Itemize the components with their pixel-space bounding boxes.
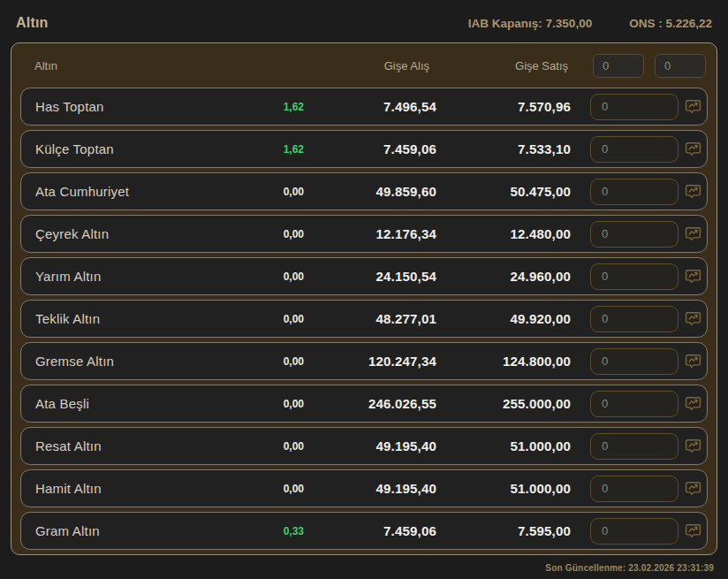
page-title: Altın [16, 15, 49, 31]
change-percent: 0,00 [242, 440, 304, 453]
table-body: Has Toptan 1,62 7.496,54 7.570,96 Külçe … [11, 88, 717, 550]
change-percent: 0,33 [242, 525, 304, 537]
buy-price: 49.195,40 [304, 438, 436, 453]
instrument-name: Külçe Toptan [35, 141, 242, 156]
sell-price: 7.595,00 [436, 523, 571, 538]
amount-input[interactable] [590, 518, 679, 545]
column-header-sell: Gişe Satış [429, 59, 568, 72]
chart-bubble-icon[interactable] [684, 522, 701, 540]
change-percent: 1,62 [242, 101, 304, 113]
table-row: Hamit Altın 0,00 49.195,40 51.000,00 [20, 469, 708, 507]
iab-close-value: 7.350,00 [546, 17, 593, 30]
amount-input[interactable] [590, 476, 679, 502]
header-inputs-group [593, 54, 706, 78]
sell-price: 50.475,00 [436, 184, 571, 199]
instrument-name: Has Toptan [35, 99, 242, 114]
row-controls [590, 391, 701, 417]
header-amount-input-2[interactable] [655, 54, 706, 78]
sell-price: 51.000,00 [436, 438, 571, 453]
gold-price-board: Altın IAB Kapanış: 7.350,00 ONS : 5.226,… [0, 0, 728, 578]
buy-price: 48.277,01 [304, 311, 436, 326]
column-header-name: Altın [34, 59, 297, 72]
amount-input[interactable] [590, 94, 679, 120]
chart-bubble-icon[interactable] [684, 353, 701, 370]
buy-price: 246.026,55 [304, 396, 436, 411]
instrument-name: Hamit Altın [35, 481, 242, 496]
table-row: Ata Beşli 0,00 246.026,55 255.000,00 [20, 385, 708, 423]
price-table-panel: Altın Gişe Alış Gişe Satış Has Toptan 1,… [11, 42, 717, 555]
buy-price: 120.247,34 [304, 354, 436, 369]
amount-input[interactable] [590, 263, 679, 290]
change-percent: 0,00 [242, 186, 304, 198]
instrument-name: Gremse Altın [35, 354, 242, 369]
amount-input[interactable] [590, 433, 679, 460]
row-controls [590, 476, 701, 502]
instrument-name: Çeyrek Altın [35, 226, 242, 241]
row-controls [590, 348, 701, 375]
amount-input[interactable] [590, 391, 679, 417]
instrument-name: Yarım Altın [35, 269, 242, 284]
table-row: Yarım Altın 0,00 24.150,54 24.960,00 [20, 257, 708, 295]
table-row: Gram Altın 0,33 7.459,06 7.595,00 [20, 512, 708, 550]
sell-price: 255.000,00 [436, 396, 571, 411]
change-percent: 0,00 [242, 355, 304, 368]
ons-stat: ONS : 5.226,22 [629, 17, 712, 30]
change-percent: 1,62 [242, 143, 304, 156]
amount-input[interactable] [590, 221, 679, 248]
statusbar: Son Güncellenme: 23.02.2026 23:31:39 [0, 555, 728, 578]
sell-price: 24.960,00 [436, 269, 571, 284]
chart-bubble-icon[interactable] [684, 438, 701, 455]
table-row: Teklik Altın 0,00 48.277,01 49.920,00 [20, 300, 708, 338]
row-controls [590, 433, 701, 460]
table-row: Çeyrek Altın 0,00 12.176,34 12.480,00 [20, 215, 708, 253]
ons-label: ONS : [629, 17, 663, 30]
amount-input[interactable] [590, 306, 679, 332]
instrument-name: Gram Altın [35, 523, 242, 538]
buy-price: 7.459,06 [304, 523, 436, 538]
row-controls [590, 518, 701, 545]
table-row: Has Toptan 1,62 7.496,54 7.570,96 [20, 88, 708, 126]
chart-bubble-icon[interactable] [684, 395, 701, 413]
amount-input[interactable] [590, 179, 679, 205]
row-controls [590, 221, 701, 248]
buy-price: 24.150,54 [304, 269, 436, 284]
sell-price: 7.570,96 [436, 99, 571, 114]
row-controls [590, 306, 701, 332]
change-percent: 0,00 [242, 270, 304, 283]
row-controls [590, 179, 701, 205]
chart-bubble-icon[interactable] [684, 183, 701, 201]
table-row: Ata Cumhuriyet 0,00 49.859,60 50.475,00 [20, 172, 708, 210]
instrument-name: Ata Beşli [35, 396, 242, 411]
sell-price: 12.480,00 [436, 226, 571, 241]
table-row: Külçe Toptan 1,62 7.459,06 7.533,10 [20, 130, 708, 168]
sell-price: 7.533,10 [436, 141, 571, 156]
row-controls [590, 263, 701, 290]
change-percent: 0,00 [242, 313, 304, 325]
chart-bubble-icon[interactable] [684, 98, 701, 116]
market-stats: IAB Kapanış: 7.350,00 ONS : 5.226,22 [468, 17, 712, 30]
buy-price: 49.859,60 [304, 184, 436, 199]
topbar: Altın IAB Kapanış: 7.350,00 ONS : 5.226,… [0, 0, 728, 42]
instrument-name: Ata Cumhuriyet [35, 184, 242, 199]
instrument-name: Teklik Altın [35, 311, 242, 326]
table-header-row: Altın Gişe Alış Gişe Satış [11, 43, 717, 88]
change-percent: 0,00 [242, 398, 304, 410]
last-updated-text: Son Güncellenme: 23.02.2026 23:31:39 [545, 563, 714, 573]
chart-bubble-icon[interactable] [684, 310, 701, 328]
sell-price: 124.800,00 [436, 354, 571, 369]
chart-bubble-icon[interactable] [684, 225, 701, 243]
iab-close-stat: IAB Kapanış: 7.350,00 [468, 17, 592, 30]
buy-price: 12.176,34 [304, 226, 436, 241]
column-header-buy: Gişe Alış [297, 59, 429, 72]
change-percent: 0,00 [242, 228, 304, 240]
table-row: Gremse Altın 0,00 120.247,34 124.800,00 [20, 342, 708, 380]
sell-price: 51.000,00 [436, 481, 571, 496]
chart-bubble-icon[interactable] [684, 268, 701, 286]
table-row: Resat Altın 0,00 49.195,40 51.000,00 [20, 427, 708, 465]
amount-input[interactable] [590, 348, 679, 375]
amount-input[interactable] [590, 136, 679, 163]
sell-price: 49.920,00 [436, 311, 571, 326]
chart-bubble-icon[interactable] [684, 480, 701, 498]
header-amount-input-1[interactable] [593, 54, 644, 78]
chart-bubble-icon[interactable] [684, 141, 701, 158]
